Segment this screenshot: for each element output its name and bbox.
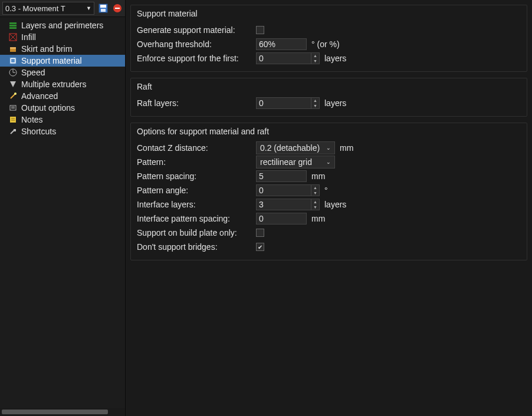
spin-down-icon[interactable]: ▼ bbox=[311, 58, 319, 64]
pattern-label: Pattern: bbox=[137, 157, 252, 167]
svg-point-19 bbox=[14, 93, 17, 95]
interface-layers-input[interactable]: ▲▼ bbox=[256, 199, 320, 210]
spin-up-icon[interactable]: ▲ bbox=[311, 98, 319, 103]
notes-icon bbox=[8, 115, 18, 124]
enforce-support-input[interactable]: ▲▼ bbox=[256, 52, 320, 64]
generate-support-label: Generate support material: bbox=[137, 25, 252, 35]
svg-rect-23 bbox=[10, 117, 16, 123]
sidebar-item-label: Infill bbox=[21, 32, 36, 42]
skirt-icon bbox=[8, 44, 18, 54]
angle-unit: ° bbox=[324, 186, 328, 195]
svg-rect-22 bbox=[11, 108, 15, 108]
svg-rect-5 bbox=[9, 22, 17, 24]
sidebar-scrollbar[interactable] bbox=[0, 408, 125, 416]
advanced-icon bbox=[8, 91, 18, 101]
pattern-select[interactable]: rectilinear grid ⌄ bbox=[256, 156, 335, 169]
svg-rect-6 bbox=[9, 25, 17, 27]
sidebar-item-infill[interactable]: Infill bbox=[0, 31, 125, 43]
profile-selector[interactable]: 0.3 - Movement T ▼ bbox=[2, 2, 94, 15]
spin-up-icon[interactable]: ▲ bbox=[311, 185, 319, 190]
sidebar-item-label: Support material bbox=[21, 56, 82, 65]
spin-down-icon[interactable]: ▼ bbox=[311, 204, 319, 210]
sidebar-item-label: Output options bbox=[21, 103, 75, 113]
interface-spacing-label: Interface pattern spacing: bbox=[137, 214, 252, 223]
iflayers-unit: layers bbox=[324, 200, 346, 209]
sidebar-item-output-options[interactable]: Output options bbox=[0, 102, 125, 114]
chevron-down-icon: ⌄ bbox=[326, 159, 331, 165]
sidebar-item-label: Advanced bbox=[21, 91, 58, 101]
infill-icon bbox=[8, 32, 18, 42]
svg-rect-7 bbox=[9, 27, 17, 29]
ifspacing-unit: mm bbox=[311, 214, 325, 223]
sidebar-item-label: Notes bbox=[21, 115, 43, 124]
svg-rect-2 bbox=[101, 9, 106, 12]
generate-support-checkbox[interactable] bbox=[256, 26, 264, 34]
speed-icon bbox=[8, 68, 18, 77]
layers-icon bbox=[8, 21, 18, 30]
group-support-material: Support material Generate support materi… bbox=[130, 5, 527, 72]
sidebar-item-multiple-extruders[interactable]: Multiple extruders bbox=[0, 78, 125, 90]
raft-layers-label: Raft layers: bbox=[137, 98, 252, 108]
chevron-down-icon: ⌄ bbox=[326, 145, 331, 151]
sidebar-item-label: Layers and perimeters bbox=[21, 21, 103, 30]
sidebar-item-label: Multiple extruders bbox=[21, 80, 87, 89]
raft-layers-input[interactable]: ▲▼ bbox=[256, 97, 320, 109]
sidebar-item-advanced[interactable]: Advanced bbox=[0, 90, 125, 102]
spacing-unit: mm bbox=[311, 171, 325, 181]
spin-down-icon[interactable]: ▼ bbox=[311, 103, 319, 108]
group-title: Support material bbox=[137, 9, 521, 18]
overhang-threshold-label: Overhang threshold: bbox=[137, 39, 252, 49]
svg-rect-1 bbox=[100, 5, 106, 8]
group-options: Options for support material and raft Co… bbox=[130, 123, 527, 260]
enforce-support-label: Enforce support for the first: bbox=[137, 54, 252, 63]
pattern-angle-label: Pattern angle: bbox=[137, 186, 252, 195]
sidebar-item-label: Skirt and brim bbox=[21, 44, 72, 54]
group-title: Options for support material and raft bbox=[137, 127, 521, 136]
output-icon bbox=[8, 103, 18, 113]
svg-rect-4 bbox=[115, 8, 120, 9]
plate-only-checkbox[interactable] bbox=[256, 229, 264, 237]
support-icon bbox=[8, 56, 18, 65]
overhang-unit: ° (or %) bbox=[311, 39, 340, 49]
sidebar-header: 0.3 - Movement T ▼ bbox=[0, 0, 125, 17]
pattern-angle-input[interactable]: ▲▼ bbox=[256, 184, 320, 196]
sidebar-item-layers-and-perimeters[interactable]: Layers and perimeters bbox=[0, 19, 125, 31]
svg-rect-14 bbox=[11, 59, 15, 62]
sidebar-item-label: Shortcuts bbox=[21, 127, 56, 136]
overhang-threshold-input[interactable] bbox=[256, 38, 307, 50]
pattern-spacing-label: Pattern spacing: bbox=[137, 171, 252, 181]
interface-layers-label: Interface layers: bbox=[137, 200, 252, 209]
spin-up-icon[interactable]: ▲ bbox=[311, 199, 319, 204]
sidebar-item-label: Speed bbox=[21, 68, 45, 77]
contact-z-select[interactable]: 0.2 (detachable) ⌄ bbox=[256, 141, 335, 154]
spin-up-icon[interactable]: ▲ bbox=[311, 53, 319, 58]
sidebar: 0.3 - Movement T ▼ Layers and perimeters… bbox=[0, 0, 126, 416]
save-button[interactable] bbox=[98, 3, 109, 14]
contactz-unit: mm bbox=[340, 143, 353, 153]
nav-list: Layers and perimetersInfillSkirt and bri… bbox=[0, 17, 125, 408]
no-bridges-label: Don't support bridges: bbox=[137, 242, 252, 252]
no-bridges-checkbox[interactable]: ✔ bbox=[256, 243, 264, 251]
svg-rect-21 bbox=[11, 107, 15, 107]
group-title: Raft bbox=[137, 82, 521, 91]
sidebar-item-shortcuts[interactable]: Shortcuts bbox=[0, 126, 125, 137]
sidebar-item-notes[interactable]: Notes bbox=[0, 114, 125, 126]
delete-button[interactable] bbox=[112, 3, 123, 14]
spin-down-icon[interactable]: ▼ bbox=[311, 190, 319, 196]
extruders-icon bbox=[8, 80, 18, 89]
pattern-spacing-input[interactable] bbox=[256, 170, 307, 182]
svg-rect-12 bbox=[10, 47, 16, 49]
contact-z-label: Contact Z distance: bbox=[137, 143, 252, 153]
scrollbar-thumb[interactable] bbox=[2, 410, 108, 414]
profile-name: 0.3 - Movement T bbox=[5, 4, 65, 13]
plate-only-label: Support on build plate only: bbox=[137, 228, 252, 237]
sidebar-item-speed[interactable]: Speed bbox=[0, 67, 125, 78]
raft-unit: layers bbox=[324, 98, 346, 108]
interface-spacing-input[interactable] bbox=[256, 213, 307, 224]
group-raft: Raft Raft layers: ▲▼ layers bbox=[130, 78, 527, 117]
dropdown-triangle-icon: ▼ bbox=[86, 5, 91, 11]
svg-rect-27 bbox=[14, 129, 16, 131]
shortcuts-icon bbox=[8, 127, 18, 136]
sidebar-item-support-material[interactable]: Support material bbox=[0, 55, 125, 67]
sidebar-item-skirt-and-brim[interactable]: Skirt and brim bbox=[0, 43, 125, 55]
